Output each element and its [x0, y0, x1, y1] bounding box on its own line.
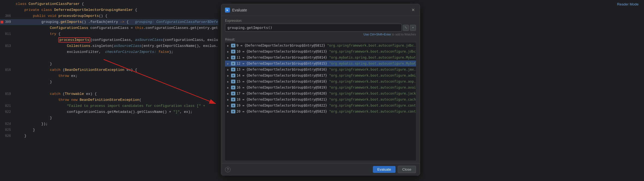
result-item-icon: ≡ — [231, 92, 235, 95]
result-item-icon: ≡ — [231, 110, 235, 113]
expand-button[interactable]: ⤡ — [403, 25, 409, 31]
result-item-key: 17 = {DeferredImportSelector$Group$Entry… — [236, 92, 327, 95]
line-content-814: exclusionFilter, checkForCircularImports… — [14, 49, 218, 55]
code-line-820: throw new BeanDefinitionStoreException( — [0, 97, 218, 103]
code-lines: class ConfigurationClassParser { private… — [0, 0, 218, 139]
line-num-819: 819 — [0, 91, 14, 97]
line-num-824: 824 — [0, 121, 14, 127]
hint-desc: to add to Watches — [392, 33, 416, 36]
code-line-813: 813 Collections.singleton(asSourceClass(… — [0, 43, 218, 49]
help-button[interactable]: ? — [225, 167, 230, 172]
result-item[interactable]: ▶ ≡ 15 = {DeferredImportSelector$Group$E… — [225, 79, 416, 85]
result-expand-arrow[interactable]: ▶ — [227, 92, 231, 95]
reader-mode-button[interactable]: Reader Mode — [617, 2, 639, 6]
result-item[interactable]: ▶ ≡ 12 = {DeferredImportSelector$Group$E… — [225, 61, 416, 67]
code-line-826: 826 } — [0, 133, 218, 139]
result-item-key: 14 = {DeferredImportSelector$Group$Entry… — [236, 74, 327, 77]
result-item-key: 12 = {DeferredImportSelector$Group$Entry… — [236, 62, 327, 65]
result-expand-arrow[interactable]: ▶ — [227, 74, 231, 77]
result-item-icon: ≡ — [231, 56, 235, 59]
result-item-value: "org.springframework.boot.autoconfigure.… — [329, 68, 416, 71]
result-item-key: 18 = {DeferredImportSelector$Group$Entry… — [236, 98, 327, 101]
code-line-823: } — [0, 115, 218, 121]
line-content-825: } — [14, 127, 218, 133]
result-item[interactable]: ▶ ≡ 11 = {DeferredImportSelector$Group$E… — [225, 55, 416, 61]
result-expand-arrow[interactable]: ▶ — [227, 98, 231, 101]
expression-input[interactable] — [225, 24, 402, 32]
result-expand-arrow[interactable]: ▶ — [227, 110, 231, 113]
code-line-306: 306 public void processGroupImports() { — [0, 13, 218, 19]
result-item[interactable]: ▶ ≡ 20 = {DeferredImportSelector$Group$E… — [225, 108, 416, 114]
line-content-309: grouping.getImports() .forEach(entry -> … — [14, 19, 218, 25]
result-item[interactable]: ▶ ≡ 16 = {DeferredImportSelector$Group$E… — [225, 85, 416, 90]
result-item-icon: ≡ — [231, 98, 235, 101]
result-item-key: 15 = {DeferredImportSelector$Group$Entry… — [236, 80, 327, 83]
result-expand-arrow[interactable]: ▶ — [227, 56, 231, 59]
result-expand-arrow[interactable]: ▶ — [227, 50, 231, 53]
line-content-e2 — [14, 85, 218, 91]
line-content-822: configurationClass.getMetadata().getClas… — [14, 109, 218, 115]
result-item-key: 9 = {DeferredImportSelector$Group$Entry@… — [236, 44, 325, 47]
code-line-824: 824 }); — [0, 121, 218, 127]
code-line-819: 819 catch (Throwable ex) { — [0, 91, 218, 97]
result-label: Result: — [225, 38, 416, 41]
result-expand-arrow[interactable]: ▶ — [227, 86, 231, 89]
line-content-811: try { — [14, 31, 218, 37]
result-expand-arrow[interactable]: ▶ — [227, 62, 231, 65]
result-item[interactable]: ▶ ≡ 10 = {DeferredImportSelector$Group$E… — [225, 49, 416, 55]
line-num-821: 821 — [0, 103, 14, 109]
result-expand-arrow[interactable]: ▶ — [227, 104, 231, 107]
result-item[interactable]: ▶ ≡ 14 = {DeferredImportSelector$Group$E… — [225, 73, 416, 79]
result-list[interactable]: ▶ ≡ 9 = {DeferredImportSelector$Group$En… — [225, 43, 416, 161]
result-item-value: "org.mybatis.spring.boot.autoconfigure.M… — [329, 62, 416, 65]
evaluate-dialog: ▶ Evaluate ✕ Expression: ⤡ ▾ Use Ctrl+Sh… — [221, 4, 420, 176]
result-item[interactable]: ▶ ≡ 19 = {DeferredImportSelector$Group$E… — [225, 102, 416, 108]
code-line-e1 — [0, 55, 218, 61]
result-item-key: 19 = {DeferredImportSelector$Group$Entry… — [236, 104, 327, 107]
line-content-306: public void processGroupImports() { — [14, 13, 218, 19]
hint-key: Use Ctrl+Shift+Enter — [364, 33, 391, 36]
result-item-icon: ≡ — [231, 44, 235, 47]
dialog-title: Evaluate — [232, 8, 408, 12]
line-num-306: 306 — [0, 13, 14, 19]
result-item-value: "org.springframework.boot.autoconfigure.… — [329, 86, 416, 89]
result-item-icon: ≡ — [231, 68, 235, 71]
result-item[interactable]: ▶ ≡ 18 = {DeferredImportSelector$Group$E… — [225, 96, 416, 102]
result-item[interactable]: ▶ ≡ 9 = {DeferredImportSelector$Group$En… — [225, 43, 416, 49]
evaluate-button[interactable]: Evaluate — [373, 166, 396, 173]
dialog-body: Expression: ⤡ ▾ Use Ctrl+Shift+Enter to … — [221, 16, 420, 163]
code-line-825: 825 } — [0, 127, 218, 133]
result-expand-arrow[interactable]: ▶ — [227, 80, 231, 83]
result-item-icon: ≡ — [231, 80, 235, 83]
line-content-1: class ConfigurationClassParser { — [14, 1, 218, 7]
dialog-header: ▶ Evaluate ✕ — [221, 4, 420, 16]
code-line-309: 309 grouping.getImports() .forEach(entry… — [0, 19, 218, 25]
line-num-826: 826 — [0, 133, 14, 139]
dialog-close-button[interactable]: ✕ — [410, 7, 416, 13]
line-content-2: private class DeferredImportSelectorGrou… — [14, 7, 218, 13]
code-line-e2 — [0, 85, 218, 91]
result-item-icon: ≡ — [231, 104, 235, 107]
code-line-816: 816 catch (BeanDefinitionStoreException … — [0, 67, 218, 73]
code-line-2: private class DeferredImportSelectorGrou… — [0, 7, 218, 13]
evaluate-icon: ▶ — [225, 8, 230, 13]
result-expand-arrow[interactable]: ▶ — [227, 68, 231, 71]
code-line-815: } — [0, 61, 218, 67]
dropdown-button[interactable]: ▾ — [410, 25, 416, 31]
hint-text: Use Ctrl+Shift+Enter to add to Watches — [225, 33, 416, 36]
line-content-810: ConfigurationClass configurationClass = … — [14, 25, 218, 31]
result-item-key: 20 = {DeferredImportSelector$Group$Entry… — [236, 110, 327, 113]
line-content-818: } — [14, 79, 218, 85]
result-item-icon: ≡ — [231, 62, 235, 65]
close-button[interactable]: Close — [398, 166, 416, 173]
line-num-811: 811 — [0, 31, 14, 37]
result-item[interactable]: ▶ ≡ 17 = {DeferredImportSelector$Group$E… — [225, 90, 416, 96]
result-item-value: "org.springframework.boot.autoconfigure.… — [327, 44, 416, 47]
code-line-810: ConfigurationClass configurationClass = … — [0, 25, 218, 31]
result-item-key: 13 = {DeferredImportSelector$Group$Entry… — [236, 68, 327, 71]
result-item-value: "org.springframework.boot.autoconfigure.… — [329, 80, 416, 83]
result-item[interactable]: ▶ ≡ 13 = {DeferredImportSelector$Group$E… — [225, 67, 416, 73]
line-content-821: "Failed to process import candidates for… — [14, 103, 218, 109]
result-expand-arrow[interactable]: ▶ — [227, 44, 231, 47]
result-item-value: "org.springframework.boot.autoconfigure.… — [329, 92, 416, 95]
